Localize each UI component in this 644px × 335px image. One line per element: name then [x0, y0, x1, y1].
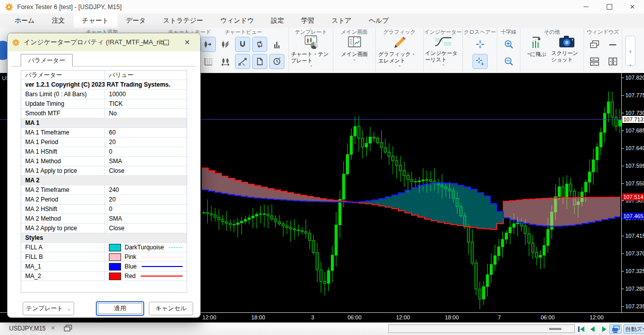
param-row-5[interactable]: MA 1	[21, 118, 187, 128]
screenshot-button[interactable]: スクリーンショット	[551, 35, 582, 62]
bar-spacing-button[interactable]	[218, 54, 233, 69]
menu-item-1[interactable]: 注文	[43, 14, 74, 28]
news-button[interactable]	[252, 54, 267, 69]
menu-item-5[interactable]: ウィンドウ	[212, 14, 263, 28]
param-row-19[interactable]: FILL BPink	[21, 252, 187, 262]
menu-item-8[interactable]: ストア	[323, 14, 360, 28]
menu-item-7[interactable]: 学習	[292, 14, 323, 28]
zoom-out-button[interactable]	[501, 54, 516, 69]
sync-charts-button[interactable]	[609, 324, 622, 334]
tile-horizontal-button[interactable]	[587, 54, 602, 69]
param-row-4[interactable]: Smooth MTFNo	[21, 109, 187, 118]
volume-button[interactable]	[269, 37, 284, 52]
chart-scrollbar[interactable]	[388, 324, 575, 333]
param-row-16[interactable]: MA 2 Apply to priceClose	[21, 224, 187, 233]
param-value[interactable]: 60	[105, 128, 187, 137]
dialog-close-button[interactable]: ✕	[177, 33, 197, 51]
param-row-14[interactable]: MA 2 HShift0	[21, 205, 187, 214]
param-row-17[interactable]: Styles	[21, 233, 187, 243]
tile-vertical-button[interactable]	[605, 54, 620, 69]
step-forward-button[interactable]	[600, 324, 609, 333]
param-row-3[interactable]: Update TimingTICK	[21, 99, 187, 109]
menu-item-6[interactable]: 設定	[262, 14, 292, 28]
param-value[interactable]: TICK	[105, 99, 187, 108]
param-row-10[interactable]: MA 1 Apply to priceClose	[21, 166, 187, 176]
dialog-minimize-button[interactable]	[134, 33, 154, 51]
grid-button[interactable]	[201, 54, 216, 69]
crosshair-button[interactable]	[473, 37, 488, 52]
param-row-2[interactable]: Bars Limit (0 : All Bars)10000	[21, 90, 187, 99]
chart-template-button[interactable]: チャート・テンプレート ⌄	[291, 35, 331, 67]
param-row-13[interactable]: MA 2 Period20	[21, 195, 187, 205]
color-swatch[interactable]	[109, 273, 121, 280]
chart-shift-button[interactable]	[218, 37, 233, 52]
param-row-9[interactable]: MA 1 MethodSMA	[21, 157, 187, 166]
param-row-1[interactable]: ver 1.2.1 Copyright (C) 2023 RAT Trading…	[21, 80, 187, 90]
clock-sync-icon	[272, 57, 281, 66]
color-swatch[interactable]	[109, 244, 121, 251]
param-value[interactable]: 10000	[105, 90, 187, 99]
crosshair-sync-button[interactable]	[473, 54, 488, 69]
param-row-12[interactable]: MA 2 Timeframe240	[21, 185, 187, 195]
graphic-elements-button[interactable]: グラフィック・エレメント ⌄	[378, 35, 421, 67]
scrollbar-thumb[interactable]	[549, 328, 561, 330]
minimize-button[interactable]	[574, 0, 598, 14]
color-swatch[interactable]	[109, 253, 121, 261]
magnet-button[interactable]	[235, 37, 250, 52]
menu-item-0[interactable]: ホーム	[6, 14, 43, 28]
cascade-windows-button[interactable]	[587, 37, 602, 52]
param-row-11[interactable]: MA 2	[21, 176, 187, 185]
param-value[interactable]: SMA	[105, 157, 187, 166]
price-tick	[622, 253, 624, 254]
ribbon-collapse-button[interactable]: ⌃	[627, 63, 634, 70]
param-value[interactable]: Close	[105, 166, 187, 175]
param-value[interactable]: 240	[105, 185, 187, 194]
offset-button[interactable]	[252, 37, 267, 52]
line-style-sample	[141, 276, 183, 277]
go-first-button[interactable]	[576, 324, 586, 333]
interpolation-button[interactable]	[235, 54, 250, 69]
param-row-6[interactable]: MA 1 Timeframe60	[21, 128, 187, 138]
tab-parameters[interactable]: パラメーター	[21, 54, 73, 66]
period-sync-button[interactable]	[269, 54, 284, 69]
time-tick-label: 12:00	[396, 314, 410, 320]
apply-button[interactable]: 適用	[96, 301, 144, 316]
main-screen-button[interactable]: メイン画面 ⌄	[336, 35, 373, 61]
param-value[interactable]: 0	[105, 147, 187, 156]
menu-item-3[interactable]: データ	[118, 14, 155, 28]
new-window-icon[interactable]	[64, 324, 73, 332]
menu-item-2[interactable]: チャート	[74, 14, 118, 28]
menu-item-4[interactable]: ストラテジー	[154, 14, 212, 28]
color-swatch[interactable]	[109, 263, 121, 271]
zoom-in-button[interactable]	[501, 37, 516, 52]
chart-tab[interactable]: USDJPY,M15 ✕	[9, 324, 73, 332]
maximize-button[interactable]	[598, 0, 621, 14]
jump-to-button[interactable]: ~に飛ぶ	[522, 35, 551, 57]
param-row-18[interactable]: FILL ADarkTurquoise	[21, 243, 187, 252]
param-value[interactable]: No	[105, 109, 187, 118]
price-axis[interactable]: 107.820107.775107.730107.685107.640107.5…	[621, 73, 644, 312]
ribbon-scroll-right-button[interactable]: ›	[625, 36, 635, 66]
indicator-list-button[interactable]: インジケーターリスト ⌄	[425, 35, 461, 66]
close-button[interactable]: ✕	[621, 0, 644, 14]
template-button[interactable]: テンプレート⌄	[23, 302, 74, 315]
minimize-all-button[interactable]	[605, 37, 620, 52]
param-row-7[interactable]: MA 1 Period20	[21, 138, 187, 147]
param-row-20[interactable]: MA_1Blue	[21, 262, 187, 272]
autoscroll-button[interactable]	[201, 37, 216, 52]
cancel-button[interactable]: キャンセル	[149, 302, 193, 315]
param-value[interactable]: Close	[105, 224, 187, 233]
param-row-21[interactable]: MA_2Red	[21, 272, 187, 281]
param-row-15[interactable]: MA 2 MethodSMA	[21, 214, 187, 224]
dialog-maximize-button[interactable]	[156, 33, 176, 51]
tab-close-icon[interactable]: ✕	[50, 325, 55, 331]
step-back-button[interactable]	[588, 324, 597, 333]
param-value[interactable]: 20	[105, 138, 187, 147]
param-value[interactable]: SMA	[105, 214, 187, 223]
dialog-titlebar[interactable]: インジケータープロパティ (!RAT_MTF_MA_rib... ✕	[8, 33, 200, 51]
menu-item-9[interactable]: ヘルプ	[360, 14, 397, 28]
param-value[interactable]: 20	[105, 195, 187, 204]
param-row-8[interactable]: MA 1 HShift0	[21, 147, 187, 157]
param-value[interactable]: 0	[105, 205, 187, 214]
auto-zoom-button[interactable]: 自動ズーム	[623, 324, 644, 334]
